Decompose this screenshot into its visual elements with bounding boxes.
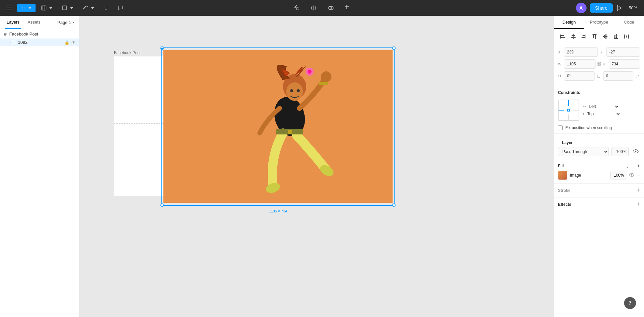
dancer-image [163, 50, 393, 203]
avatar-button[interactable]: A [576, 3, 587, 13]
page-selector[interactable]: Page 1 ▾ [57, 20, 74, 25]
rotation-corner-row: ↺ ◻ ⤢ [558, 71, 640, 81]
xy-row: X Y [558, 47, 640, 57]
play-button[interactable] [616, 5, 623, 11]
lock-proportions-icon[interactable]: ⛓ [597, 61, 601, 67]
text-tool-button[interactable]: T [101, 4, 112, 12]
image-element[interactable] [163, 50, 393, 203]
frame-tool-button[interactable] [38, 4, 56, 12]
component-icon [293, 5, 300, 11]
canvas-area[interactable]: Facebook Post [80, 16, 554, 317]
svg-rect-29 [572, 35, 575, 36]
v-constraint-row: ↕ Top Bottom Top and Bottom Center Scale [583, 111, 640, 117]
stroke-add-button[interactable]: + [636, 187, 640, 194]
x-input[interactable] [564, 47, 598, 57]
fix-position-label: Fix position when scrolling [565, 125, 612, 130]
fill-swatch-inner [558, 171, 567, 180]
fill-tool-button[interactable] [308, 3, 320, 13]
svg-point-16 [286, 82, 303, 101]
align-hcenter-button[interactable] [569, 32, 578, 41]
align-left-button[interactable] [558, 32, 567, 41]
rotation-label: ↺ [558, 74, 563, 78]
align-bottom-button[interactable] [611, 32, 620, 41]
menu-icon [6, 6, 12, 10]
v-constraint-select[interactable]: Top Bottom Top and Bottom Center Scale [586, 111, 621, 117]
fill-opacity-input[interactable] [610, 171, 626, 180]
help-button[interactable]: ? [624, 297, 636, 309]
tab-assets[interactable]: Assets [26, 16, 42, 29]
alignment-row [554, 29, 644, 44]
v-constraint-icon: ↕ [583, 112, 585, 116]
effects-add-button[interactable]: + [636, 201, 640, 208]
fill-swatch[interactable] [558, 171, 567, 180]
h-label: H [603, 62, 607, 66]
corner-input[interactable] [603, 71, 634, 81]
fill-remove-button[interactable]: − [637, 172, 640, 178]
align-top-button[interactable] [590, 32, 599, 41]
x-label: X [558, 50, 563, 54]
visibility-icon: 👁 [71, 40, 75, 45]
crop-tool-button[interactable] [342, 3, 354, 13]
pen-tool-button[interactable] [80, 4, 98, 12]
shape-icon [62, 5, 68, 11]
component-tool-button[interactable] [290, 3, 302, 13]
mask-tool-button[interactable] [325, 3, 337, 13]
tab-design[interactable]: Design [554, 16, 584, 29]
svg-point-18 [297, 89, 300, 92]
svg-rect-36 [595, 35, 596, 39]
align-vcenter-button[interactable] [600, 32, 610, 41]
svg-rect-26 [561, 35, 564, 36]
crop-icon [345, 5, 351, 11]
opacity-input[interactable] [611, 147, 629, 156]
distribute-h-icon [623, 34, 629, 40]
layer-item-1092[interactable]: 1092 🔒 👁 [0, 39, 79, 46]
left-panel: Layers Assets Page 1 ▾ # Facebook Post 1… [0, 16, 80, 317]
handle-top-mid[interactable] [161, 48, 163, 49]
move-tool-button[interactable] [17, 4, 36, 12]
comment-tool-button[interactable] [115, 4, 126, 12]
tab-layers[interactable]: Layers [5, 16, 21, 29]
tab-prototype[interactable]: Prototype [584, 16, 614, 29]
play-icon [616, 5, 623, 11]
h-constraint-icon: ↔ [583, 104, 587, 109]
align-right-icon [581, 34, 587, 40]
cg-arm-bottom [568, 115, 569, 120]
svg-rect-24 [288, 130, 292, 134]
resize-icon-button[interactable]: ⤢ [635, 73, 640, 79]
svg-rect-25 [560, 35, 561, 39]
tab-code[interactable]: Code [614, 16, 644, 29]
menu-button[interactable] [4, 3, 15, 13]
handle-bottom-left[interactable] [160, 203, 164, 207]
handle-top-right[interactable] [392, 46, 396, 50]
align-vcenter-icon [602, 34, 608, 40]
h-input[interactable] [609, 59, 640, 69]
svg-rect-45 [626, 36, 627, 38]
svg-rect-40 [614, 38, 618, 39]
svg-point-15 [308, 70, 312, 74]
svg-rect-20 [319, 82, 328, 85]
w-input[interactable] [564, 59, 596, 69]
svg-rect-34 [593, 34, 597, 35]
layer-item-facebook-post[interactable]: # Facebook Post [0, 29, 79, 39]
fix-position-checkbox[interactable] [558, 125, 563, 130]
distribute-h-button[interactable] [622, 32, 631, 41]
handle-bottom-right[interactable] [392, 203, 396, 207]
right-panel: Design Prototype Code [554, 16, 644, 317]
handle-top-left[interactable] [160, 46, 164, 50]
blend-mode-select[interactable]: Pass Through Normal Multiply Screen Over… [558, 147, 609, 156]
fill-visibility-button[interactable] [629, 173, 634, 178]
fill-add-button[interactable]: + [637, 163, 640, 169]
align-right-button[interactable] [579, 32, 589, 41]
svg-rect-31 [586, 35, 586, 39]
canvas-frame-label: Facebook Post [114, 50, 140, 55]
y-input[interactable] [606, 47, 640, 57]
h-constraint-select[interactable]: Left Right Left and Right Center Scale [588, 104, 619, 109]
share-button[interactable]: Share [590, 3, 613, 13]
shape-tool-button[interactable] [59, 4, 77, 12]
fill-grid-button[interactable]: ⋮⋮ [625, 163, 636, 169]
rotation-input[interactable] [564, 71, 595, 81]
svg-point-46 [635, 150, 637, 152]
layer-visibility-button[interactable] [631, 148, 640, 156]
layer-blend-row: Pass Through Normal Multiply Screen Over… [558, 147, 640, 156]
zoom-selector[interactable]: 50% [626, 4, 640, 12]
